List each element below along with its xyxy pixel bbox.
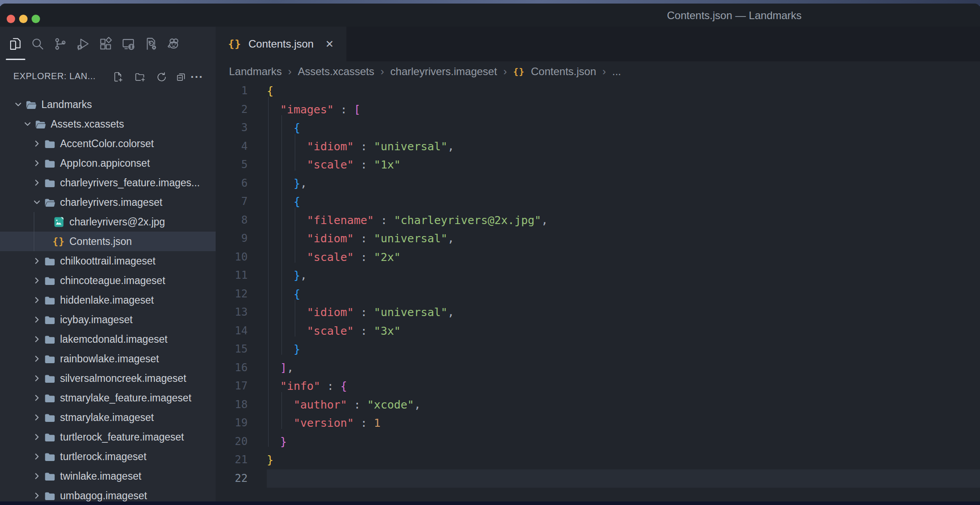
close-window-button[interactable] <box>7 15 15 23</box>
tree-item-label: Contents.json <box>69 236 132 248</box>
remote-explorer-icon[interactable] <box>119 35 137 52</box>
code-line-18[interactable]: 18 "author" : "xcode", <box>216 396 980 414</box>
search-icon[interactable] <box>28 35 46 52</box>
tree-item-charleyrivers-feature-images-[interactable]: charleyrivers_feature.images... <box>0 173 216 192</box>
code-line-5[interactable]: 5 "scale" : "1x" <box>216 156 980 174</box>
tree-item-label: turtlerock.imageset <box>60 451 146 463</box>
tree-item-icybay-imageset[interactable]: icybay.imageset <box>0 310 216 329</box>
chevron-down-icon <box>12 99 24 110</box>
collapse-folders-icon[interactable] <box>174 70 188 84</box>
line-content <box>267 469 980 488</box>
tree-item-label: icybay.imageset <box>60 314 133 326</box>
explorer-title: EXPLORER: LAN... <box>13 71 96 81</box>
folder-icon <box>43 412 56 423</box>
line-content: "idiom" : "universal", <box>267 303 980 322</box>
breadcrumb-item[interactable]: charleyrivers.imageset <box>390 65 497 78</box>
tree-item-accentcolor-colorset[interactable]: AccentColor.colorset <box>0 134 216 153</box>
line-content: "filename" : "charleyrivers@2x.jpg", <box>267 211 980 230</box>
tree-item-twinlake-imageset[interactable]: twinlake.imageset <box>0 466 216 486</box>
line-number: 20 <box>216 433 248 451</box>
chevron-down-icon <box>22 118 33 130</box>
tree-item-charleyrivers-2x-jpg[interactable]: charleyrivers@2x.jpg <box>0 212 216 232</box>
code-line-12[interactable]: 12 { <box>216 285 980 304</box>
chevron-right-icon <box>31 392 43 404</box>
folder-icon <box>43 177 56 188</box>
code-line-4[interactable]: 4 "idiom" : "universal", <box>216 137 980 156</box>
folder-icon <box>43 353 56 365</box>
code-line-19[interactable]: 19 "version" : 1 <box>216 414 980 433</box>
run-debug-icon[interactable] <box>74 35 92 52</box>
breadcrumb-separator-icon: › <box>381 65 384 78</box>
code-line-22[interactable]: 22 <box>216 469 980 488</box>
line-number: 18 <box>216 396 248 414</box>
code-line-13[interactable]: 13 "idiom" : "universal", <box>216 303 980 322</box>
code-line-21[interactable]: 21} <box>216 451 980 469</box>
tree-item-appicon-appiconset[interactable]: AppIcon.appiconset <box>0 153 216 173</box>
tree-item-hiddenlake-imageset[interactable]: hiddenlake.imageset <box>0 290 216 310</box>
code-line-7[interactable]: 7 { <box>216 192 980 211</box>
line-number: 17 <box>216 377 248 396</box>
tree-item-landmarks[interactable]: Landmarks <box>0 95 216 114</box>
tree-item-umbagog-imageset[interactable]: umbagog.imageset <box>0 486 216 501</box>
code-line-2[interactable]: 2 "images" : [ <box>216 100 980 119</box>
tree-item-assets-xcassets[interactable]: Assets.xcassets <box>0 114 216 134</box>
code-line-17[interactable]: 17 "info" : { <box>216 377 980 396</box>
zoom-window-button[interactable] <box>32 15 40 23</box>
window-title: Contents.json — Landmarks <box>667 9 802 22</box>
code-line-11[interactable]: 11 }, <box>216 266 980 285</box>
explorer-icon[interactable] <box>6 35 24 52</box>
tree-item-contents-json[interactable]: {}Contents.json <box>0 232 216 251</box>
code-line-1[interactable]: 1{ <box>216 82 980 100</box>
code-line-14[interactable]: 14 "scale" : "3x" <box>216 322 980 341</box>
line-number: 4 <box>216 137 248 156</box>
source-control-icon[interactable] <box>51 35 69 52</box>
line-number: 14 <box>216 322 248 341</box>
code-line-8[interactable]: 8 "filename" : "charleyrivers@2x.jpg", <box>216 211 980 230</box>
tree-item-charleyrivers-imageset[interactable]: charleyrivers.imageset <box>0 192 216 212</box>
indent-guide <box>295 300 295 337</box>
chevron-right-icon <box>31 470 43 482</box>
tree-item-lakemcdonald-imageset[interactable]: lakemcdonald.imageset <box>0 329 216 349</box>
more-actions-icon[interactable]: ··· <box>190 70 204 84</box>
chevron-right-icon <box>31 373 43 384</box>
tree-item-label: charleyrivers_feature.images... <box>60 177 200 189</box>
tree-item-stmarylake-feature-imageset[interactable]: stmarylake_feature.imageset <box>0 388 216 408</box>
tree-item-chincoteague-imageset[interactable]: chincoteague.imageset <box>0 271 216 290</box>
tree-item-silversalmoncreek-imageset[interactable]: silversalmoncreek.imageset <box>0 369 216 388</box>
tab-contents-json[interactable]: {} Contents.json ✕ <box>216 27 346 61</box>
tree-item-stmarylake-imageset[interactable]: stmarylake.imageset <box>0 408 216 427</box>
code-line-6[interactable]: 6 }, <box>216 174 980 193</box>
code-line-9[interactable]: 9 "idiom" : "universal", <box>216 229 980 248</box>
chevron-right-icon <box>31 314 43 325</box>
editor-pane[interactable]: Landmarks›Assets.xcassets›charleyrivers.… <box>216 61 980 501</box>
tree-item-chilkoottrail-imageset[interactable]: chilkoottrail.imageset <box>0 251 216 271</box>
line-content: } <box>267 451 980 469</box>
tree-item-rainbowlake-imageset[interactable]: rainbowlake.imageset <box>0 349 216 369</box>
minimize-window-button[interactable] <box>19 15 28 23</box>
indent-guide <box>295 134 295 171</box>
tree-item-turtlerock-feature-imageset[interactable]: turtlerock_feature.imageset <box>0 427 216 447</box>
file-settings-icon[interactable] <box>142 35 160 52</box>
line-number: 7 <box>216 192 248 211</box>
breadcrumb-item[interactable]: Contents.json <box>531 65 596 78</box>
mascot-extension-icon[interactable] <box>165 35 182 52</box>
code-line-16[interactable]: 16 ], <box>216 359 980 377</box>
new-file-icon[interactable] <box>111 70 125 84</box>
tree-item-label: AppIcon.appiconset <box>60 157 150 169</box>
refresh-explorer-icon[interactable] <box>155 70 168 84</box>
extensions-icon[interactable] <box>96 35 114 52</box>
code-line-20[interactable]: 20 } <box>216 433 980 451</box>
breadcrumb-item[interactable]: Assets.xcassets <box>298 65 374 78</box>
tree-item-turtlerock-imageset[interactable]: turtlerock.imageset <box>0 447 216 466</box>
code-line-15[interactable]: 15 } <box>216 340 980 359</box>
breadcrumb-item[interactable]: ... <box>612 65 621 78</box>
tree-item-label: charleyrivers.imageset <box>60 196 162 208</box>
folder-icon <box>43 392 56 404</box>
line-number: 12 <box>216 285 248 304</box>
line-content: { <box>267 82 980 100</box>
code-line-10[interactable]: 10 "scale" : "2x" <box>216 248 980 267</box>
breadcrumb-item[interactable]: Landmarks <box>229 65 282 78</box>
new-folder-icon[interactable] <box>133 70 147 84</box>
code-line-3[interactable]: 3 { <box>216 119 980 137</box>
close-tab-icon[interactable]: ✕ <box>325 38 333 50</box>
